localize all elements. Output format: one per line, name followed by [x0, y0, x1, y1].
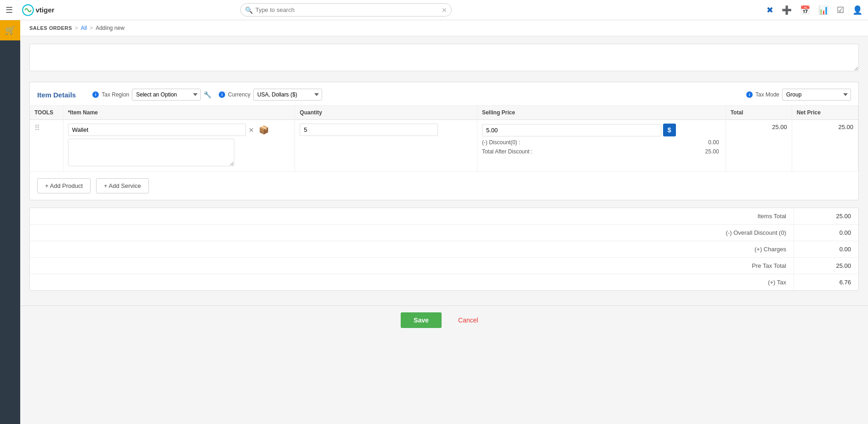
- currency-label: Currency: [228, 91, 250, 98]
- price-row: $: [482, 124, 721, 136]
- net-price-value: 25.00: [838, 124, 853, 130]
- sidebar: 🛒: [0, 20, 20, 424]
- section-header: Item Details i Tax Region Select an Opti…: [30, 82, 858, 106]
- price-input[interactable]: [482, 124, 661, 136]
- tax-region-select[interactable]: Select an Option: [132, 89, 201, 101]
- save-button[interactable]: Save: [401, 312, 442, 328]
- apps-icon[interactable]: ✖: [766, 5, 773, 15]
- svg-text:vtiger: vtiger: [36, 6, 55, 14]
- breadcrumb-current: Adding new: [96, 25, 125, 31]
- tax-region-label: Tax Region: [102, 91, 129, 98]
- user-icon[interactable]: 👤: [852, 5, 862, 15]
- app-logo: vtiger: [18, 3, 74, 17]
- search-icon: 🔍: [245, 6, 253, 14]
- layout: 🛒 SALES ORDERS > All > Adding new Item D…: [0, 20, 868, 424]
- tax-region-group: i Tax Region Select an Option 🔧: [92, 89, 211, 101]
- menu-icon[interactable]: ☰: [6, 5, 13, 15]
- currency-group: i Currency USA, Dollars ($): [219, 89, 322, 101]
- sidebar-item-sales-orders[interactable]: 🛒: [0, 20, 20, 40]
- tax-mode-select[interactable]: Group: [782, 89, 851, 101]
- footer-bar: Save Cancel: [20, 305, 868, 334]
- th-tools: TOOLS: [30, 106, 63, 120]
- tax-mode-group: i Tax Mode Group: [746, 89, 851, 101]
- table-header-row: TOOLS *Item Name Quantity Selling Price …: [30, 106, 858, 120]
- tools-cell: ⠿: [30, 120, 63, 172]
- tax-region-info-icon: i: [92, 91, 99, 98]
- navbar: ☰ vtiger 🔍 ✕ ✖ ➕ 📅 📊 ☑ 👤: [0, 0, 868, 20]
- pre-tax-total-label: Pre Tax Total: [30, 258, 794, 274]
- search-input[interactable]: [240, 3, 452, 17]
- items-total-label: Items Total: [30, 208, 794, 224]
- items-total-value: 25.00: [794, 208, 858, 224]
- item-name-row: ✕ 📦: [68, 124, 290, 136]
- th-quantity: Quantity: [295, 106, 477, 120]
- discount-label: (-) Discount(0) :: [482, 139, 520, 146]
- price-currency-button[interactable]: $: [663, 124, 676, 136]
- breadcrumb-link-all[interactable]: All: [81, 25, 87, 31]
- add-product-button[interactable]: + Add Product: [37, 178, 91, 193]
- tax-value: 6.76: [794, 274, 858, 290]
- item-product-icon: 📦: [259, 125, 269, 135]
- navbar-actions: ✖ ➕ 📅 📊 ☑ 👤: [766, 5, 862, 15]
- discount-line: (-) Discount(0) : 0.00: [482, 139, 721, 146]
- selling-price-cell: $ (-) Discount(0) : 0.00 Total After Dis…: [477, 120, 726, 172]
- overall-discount-label: (-) Overall Discount (0): [30, 225, 794, 241]
- section-title: Item Details: [37, 91, 76, 99]
- main-content: SALES ORDERS > All > Adding new Item Det…: [20, 20, 868, 424]
- th-selling-price: Selling Price: [477, 106, 726, 120]
- calendar-icon[interactable]: 📅: [800, 5, 810, 15]
- breadcrumb: SALES ORDERS > All > Adding new: [20, 20, 868, 36]
- tax-mode-label: Tax Mode: [755, 91, 779, 98]
- overall-discount-value: 0.00: [794, 225, 858, 241]
- item-details-section: Item Details i Tax Region Select an Opti…: [29, 82, 859, 200]
- item-description-textarea[interactable]: [68, 139, 235, 166]
- th-net-price: Net Price: [792, 106, 858, 120]
- quantity-input[interactable]: [300, 124, 437, 136]
- summary-overall-discount-row: (-) Overall Discount (0) 0.00: [30, 225, 858, 241]
- net-price-cell: 25.00: [792, 120, 858, 172]
- tasks-icon[interactable]: ☑: [837, 5, 844, 15]
- search-bar: 🔍 ✕: [240, 3, 452, 17]
- summary-items-total-row: Items Total 25.00: [30, 208, 858, 225]
- add-buttons-area: + Add Product + Add Service: [30, 172, 858, 200]
- currency-select[interactable]: USA, Dollars ($): [253, 89, 322, 101]
- quantity-cell: [295, 120, 477, 172]
- charges-label: (+) Charges: [30, 241, 794, 257]
- total-cell: 25.00: [726, 120, 792, 172]
- clear-search-icon[interactable]: ✕: [442, 6, 447, 14]
- top-description-textarea[interactable]: [29, 44, 859, 71]
- summary-pre-tax-row: Pre Tax Total 25.00: [30, 258, 858, 274]
- summary-charges-row: (+) Charges 0.00: [30, 241, 858, 258]
- total-value: 25.00: [772, 124, 787, 130]
- breadcrumb-module: SALES ORDERS: [29, 25, 72, 31]
- items-table: TOOLS *Item Name Quantity Selling Price …: [30, 106, 858, 172]
- total-after-discount-label: Total After Discount :: [482, 148, 533, 155]
- currency-info-icon: i: [219, 91, 225, 98]
- pre-tax-total-value: 25.00: [794, 258, 858, 274]
- table-row: ⠿ ✕ 📦: [30, 120, 858, 172]
- add-icon[interactable]: ➕: [782, 5, 792, 15]
- total-after-discount-value: 25.00: [705, 148, 719, 155]
- breadcrumb-sep1: >: [75, 25, 78, 31]
- drag-handle-icon[interactable]: ⠿: [34, 124, 40, 132]
- breadcrumb-sep2: >: [90, 25, 93, 31]
- th-item-name: *Item Name: [63, 106, 295, 120]
- tax-mode-info-icon: i: [746, 91, 753, 98]
- summary-tax-row: (+) Tax 6.76: [30, 274, 858, 290]
- item-name-cell: ✕ 📦: [63, 120, 295, 172]
- add-service-button[interactable]: + Add Service: [96, 178, 149, 193]
- discount-value: 0.00: [708, 139, 719, 146]
- summary-section: Items Total 25.00 (-) Overall Discount (…: [29, 208, 859, 291]
- item-name-input[interactable]: [68, 124, 246, 136]
- tax-label: (+) Tax: [30, 274, 794, 290]
- content-area: Item Details i Tax Region Select an Opti…: [20, 36, 868, 305]
- total-after-discount-line: Total After Discount : 25.00: [482, 148, 721, 155]
- item-clear-button[interactable]: ✕: [248, 125, 255, 135]
- wrench-icon[interactable]: 🔧: [204, 91, 211, 98]
- chart-icon[interactable]: 📊: [818, 5, 828, 15]
- charges-value: 0.00: [794, 241, 858, 257]
- th-total: Total: [726, 106, 792, 120]
- cancel-button[interactable]: Cancel: [449, 312, 488, 328]
